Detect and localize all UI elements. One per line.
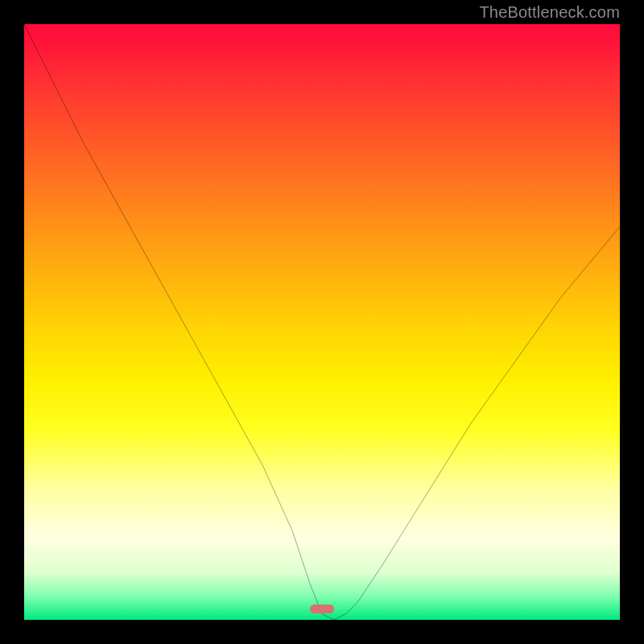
chart-frame: TheBottleneck.com: [0, 0, 644, 644]
optimal-marker: [310, 605, 334, 613]
bottleneck-curve: [24, 24, 620, 620]
plot-area: [24, 24, 620, 620]
watermark-text: TheBottleneck.com: [479, 3, 620, 22]
